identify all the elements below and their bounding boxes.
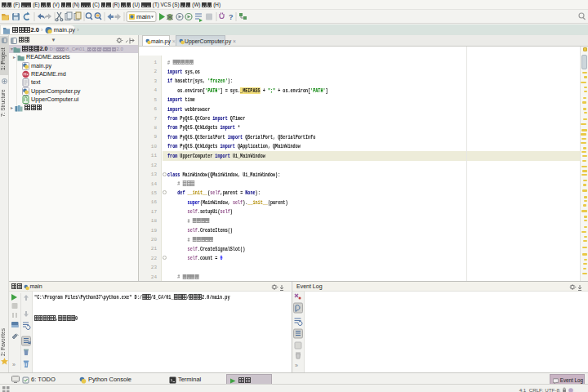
svg-text:»: » — [12, 362, 16, 368]
svg-text:»: » — [295, 363, 298, 368]
svg-text:?: ? — [229, 13, 234, 21]
svg-text:main: main — [136, 13, 150, 20]
